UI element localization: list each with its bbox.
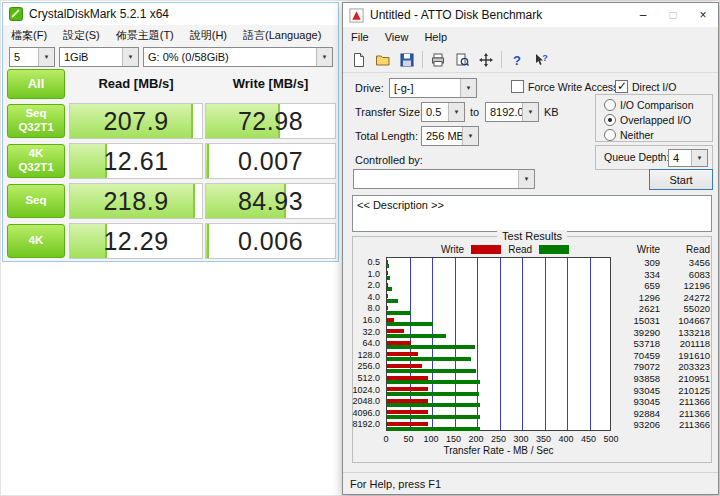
transfer-size-to-value: 8192.0 [486, 106, 522, 118]
print-icon[interactable] [426, 49, 450, 71]
test-count-select[interactable]: 5 ▼ [9, 47, 55, 67]
drive-value: [-g-] [390, 82, 460, 94]
drive-select[interactable]: [-g-] ▼ [389, 78, 477, 98]
pan-icon[interactable] [474, 49, 498, 71]
read-bar [387, 427, 480, 431]
read-bar [387, 334, 446, 338]
read-bar [387, 345, 475, 349]
gridline [522, 258, 523, 430]
test-button-seq[interactable]: Seq [7, 184, 65, 218]
test-button-seq-q32t1[interactable]: Seq Q32T1 [7, 104, 65, 138]
chevron-down-icon[interactable]: ▼ [518, 170, 534, 188]
transfer-size-to-select[interactable]: 8192.0 ▼ [485, 102, 539, 122]
new-icon[interactable] [347, 49, 371, 71]
queue-depth-select[interactable]: 4 ▼ [668, 149, 708, 167]
write-value: 93206 [610, 419, 660, 431]
read-value: 211366 [658, 396, 710, 408]
total-length-label: Total Length: [355, 130, 418, 142]
all-test-button[interactable]: All [7, 69, 65, 99]
test-size-select[interactable]: 1GiB ▼ [59, 47, 139, 67]
context-help-icon[interactable]: ? [529, 49, 553, 71]
transfer-size-from-select[interactable]: 0.5 ▼ [421, 102, 465, 122]
write-column-header: Write [610, 244, 660, 255]
x-tick-label: 400 [558, 434, 573, 444]
read-value: 133218 [658, 327, 710, 339]
chevron-down-icon[interactable]: ▼ [38, 48, 54, 66]
cdm-menu-language[interactable]: 語言(Language) [235, 25, 329, 46]
atto-menu-view[interactable]: View [377, 28, 417, 46]
radio-neither[interactable]: Neither [604, 128, 712, 142]
cdm-menubar: 檔案(F)設定(S)佈景主題(T)說明(H)語言(Language) [3, 25, 338, 45]
write-value-cell: 84.93 [205, 183, 336, 219]
read-value: 210951 [658, 373, 710, 385]
chevron-down-icon[interactable]: ▼ [122, 48, 138, 66]
y-tick-label: 2.0 [352, 280, 380, 292]
x-tick-label: 300 [513, 434, 528, 444]
save-icon[interactable] [395, 49, 419, 71]
write-value: 72.98 [206, 104, 335, 138]
read-value: 104667 [658, 315, 710, 327]
cdm-titlebar[interactable]: CrystalDiskMark 5.2.1 x64 [3, 3, 338, 25]
radio-button-icon [604, 99, 616, 111]
gridline [500, 258, 501, 430]
start-button[interactable]: Start [649, 169, 713, 190]
atto-toolbar: ? ? [343, 47, 718, 73]
read-bar [387, 392, 479, 396]
read-value: 191610 [658, 350, 710, 362]
radio-overlapped-i-o[interactable]: Overlapped I/O [604, 113, 712, 127]
maximize-button[interactable]: □ [658, 3, 688, 27]
write-value: 70459 [610, 350, 660, 362]
force-write-access-checkbox[interactable]: Force Write Access [511, 80, 618, 93]
controlled-by-select[interactable]: ▼ [353, 169, 535, 189]
open-icon[interactable] [371, 49, 395, 71]
read-swatch [539, 245, 569, 254]
write-column-header: Write [MB/s] [205, 67, 336, 101]
chevron-down-icon[interactable]: ▼ [522, 103, 538, 121]
write-value: 79072 [610, 361, 660, 373]
legend-read-label: Read [508, 244, 532, 255]
test-button-4k-q32t1[interactable]: 4K Q32T1 [7, 144, 65, 178]
checkbox-label: Direct I/O [632, 81, 676, 93]
chevron-down-icon[interactable]: ▼ [691, 150, 707, 166]
read-value-cell: 12.61 [69, 143, 203, 179]
total-length-select[interactable]: 256 MB ▼ [421, 126, 479, 146]
write-bar [387, 364, 422, 368]
cdm-menu-h[interactable]: 說明(H) [182, 25, 235, 46]
cdm-menu-s[interactable]: 設定(S) [55, 25, 108, 46]
checkbox-label: Force Write Access [528, 81, 618, 93]
chevron-down-icon[interactable]: ▼ [462, 127, 478, 145]
read-value: 12.61 [70, 144, 202, 178]
target-drive-select[interactable]: G: 0% (0/58GiB) ▼ [143, 47, 333, 67]
help-icon[interactable]: ? [505, 49, 529, 71]
radio-i-o-comparison[interactable]: I/O Comparison [604, 98, 712, 112]
y-tick-label: 8192.0 [352, 419, 380, 431]
x-axis-ticks: 050100150200250300350400450500 [386, 434, 611, 444]
cdm-menu-f[interactable]: 檔案(F) [3, 25, 55, 46]
chevron-down-icon[interactable]: ▼ [460, 79, 476, 97]
read-bar [387, 287, 392, 291]
test-button-4k[interactable]: 4K [7, 224, 65, 258]
description-box[interactable]: << Description >> [352, 195, 712, 232]
atto-titlebar[interactable]: Untitled - ATTO Disk Benchmark – □ × [343, 3, 718, 27]
minimize-button[interactable]: – [628, 3, 658, 27]
write-value: 39290 [610, 327, 660, 339]
write-value-cell: 0.006 [205, 223, 336, 259]
y-tick-label: 512.0 [352, 373, 380, 385]
direct-io-checkbox[interactable]: Direct I/O [615, 80, 676, 93]
test-count-value: 5 [10, 51, 38, 63]
atto-window-title: Untitled - ATTO Disk Benchmark [370, 8, 542, 22]
chevron-down-icon[interactable]: ▼ [316, 48, 332, 66]
print-preview-icon[interactable] [450, 49, 474, 71]
close-button[interactable]: × [688, 3, 718, 27]
cdm-menu-t[interactable]: 佈景主題(T) [108, 25, 182, 46]
atto-menu-file[interactable]: File [343, 28, 377, 46]
write-value: 309 [610, 257, 660, 269]
read-bar [387, 264, 389, 268]
queue-depth-label: Queue Depth: [604, 151, 669, 163]
write-bar [387, 306, 388, 310]
read-value: 12196 [658, 280, 710, 292]
y-tick-label: 4096.0 [352, 408, 380, 420]
queue-depth-value: 4 [669, 152, 691, 164]
chevron-down-icon[interactable]: ▼ [448, 103, 464, 121]
atto-menu-help[interactable]: Help [416, 28, 455, 46]
